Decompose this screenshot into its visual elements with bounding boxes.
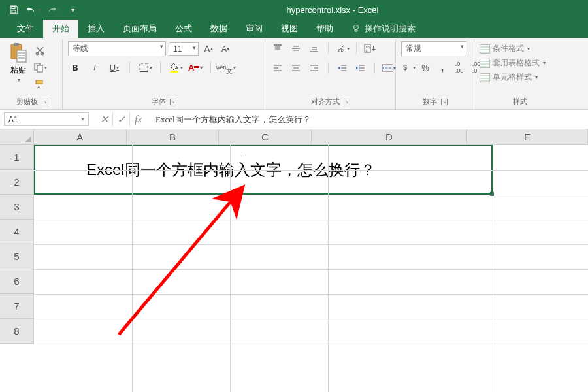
svg-rect-0 (12, 7, 15, 9)
increase-indent-icon[interactable] (353, 61, 368, 75)
cut-icon[interactable] (33, 43, 47, 57)
wrap-text-icon[interactable]: abc (363, 41, 378, 56)
row-header-3[interactable]: 3 (0, 195, 33, 220)
tab-data[interactable]: 数据 (201, 20, 237, 38)
svg-text:$: $ (403, 63, 407, 71)
conditional-format-button[interactable]: 条件格式▾ (480, 42, 530, 55)
ribbon: 粘贴 ▾ ▾ 剪贴板↘ 等线 11 A▴ A▾ B I U▾ (0, 38, 588, 110)
align-center-icon[interactable] (289, 61, 303, 75)
col-header-C[interactable]: C (219, 129, 312, 144)
svg-rect-5 (17, 50, 26, 62)
number-format-combo[interactable]: 常规 (401, 41, 466, 56)
tab-help[interactable]: 帮助 (307, 20, 342, 38)
cell-styles-label: 单元格样式 (493, 72, 532, 83)
tab-page-layout[interactable]: 页面布局 (114, 20, 166, 38)
tab-review[interactable]: 审阅 (237, 20, 272, 38)
align-bottom-icon[interactable] (307, 41, 321, 56)
italic-button[interactable]: I (88, 60, 102, 74)
alignment-dialog-icon[interactable]: ↘ (344, 99, 350, 105)
row-header-7[interactable]: 7 (0, 294, 33, 319)
qat-dropdown-icon[interactable]: ▾ (65, 3, 80, 17)
tab-file[interactable]: 文件 (8, 20, 43, 38)
copy-icon[interactable]: ▾ (33, 60, 47, 74)
orientation-icon[interactable]: ab▾ (335, 41, 350, 56)
paste-dropdown-icon[interactable]: ▾ (18, 77, 20, 83)
undo-icon[interactable]: ▾ (26, 3, 41, 17)
tab-home[interactable]: 开始 (43, 20, 78, 38)
align-top-icon[interactable] (270, 41, 285, 56)
align-right-icon[interactable] (307, 61, 321, 75)
tab-formulas[interactable]: 公式 (166, 20, 201, 38)
tab-insert[interactable]: 插入 (78, 20, 114, 38)
redo-icon[interactable]: ▾ (46, 3, 60, 17)
table-format-label: 套用表格格式 (493, 57, 540, 69)
accounting-format-icon[interactable]: $▾ (401, 60, 416, 74)
svg-rect-16 (171, 71, 178, 73)
clipboard-dialog-icon[interactable]: ↘ (42, 99, 48, 105)
row-headers[interactable]: 12345678 (0, 145, 34, 344)
text-cursor (242, 155, 242, 174)
clipboard-label: 剪贴板 (16, 97, 38, 106)
svg-point-2 (354, 25, 359, 30)
row-header-6[interactable]: 6 (0, 269, 33, 294)
fill-color-icon[interactable]: ▾ (169, 60, 183, 74)
svg-rect-14 (140, 63, 148, 71)
bold-button[interactable]: B (68, 60, 82, 74)
number-dialog-icon[interactable]: ↘ (441, 99, 448, 105)
tell-me[interactable]: 操作说明搜索 (342, 20, 425, 38)
tab-view[interactable]: 视图 (272, 20, 307, 38)
increase-font-icon[interactable]: A▴ (201, 42, 216, 56)
border-icon[interactable]: ▾ (138, 60, 152, 74)
phonetic-icon[interactable]: wén文▾ (219, 60, 233, 74)
percent-icon[interactable]: % (418, 60, 433, 74)
cell-styles-button[interactable]: 单元格样式▾ (480, 71, 538, 84)
svg-text:c: c (366, 48, 368, 52)
align-middle-icon[interactable] (289, 41, 303, 56)
title-bar: ▾ ▾ ▾ hypercontrol.xlsx - Excel (0, 0, 588, 20)
styles-label: 样式 (513, 97, 527, 106)
align-left-icon[interactable] (270, 61, 285, 75)
font-dialog-icon[interactable]: ↘ (170, 99, 176, 105)
enter-formula-icon[interactable]: ✓ (112, 112, 129, 127)
format-painter-icon[interactable] (33, 77, 47, 91)
cells-area[interactable]: Excel同一个方框内输入文字，怎么换行？ (34, 145, 588, 392)
merge-cells-icon[interactable]: ▾ (382, 61, 396, 75)
svg-rect-13 (36, 80, 42, 84)
column-headers[interactable]: ABCDE (34, 129, 588, 145)
col-header-B[interactable]: B (127, 129, 220, 144)
row-header-8[interactable]: 8 (0, 319, 33, 344)
comma-icon[interactable]: , (435, 60, 449, 74)
table-format-icon (480, 59, 490, 68)
select-all-corner[interactable] (0, 129, 34, 145)
number-label: 数字 (423, 97, 437, 106)
decrease-indent-icon[interactable] (335, 61, 350, 75)
increase-decimal-icon[interactable]: .0.00 (452, 60, 466, 74)
font-color-icon[interactable]: A▾ (188, 60, 203, 74)
bulb-icon (351, 24, 361, 33)
col-header-D[interactable]: D (312, 129, 467, 144)
name-box[interactable]: A1 (4, 112, 89, 126)
group-alignment: ab▾ abc ▾ 对齐方式↘ (265, 39, 396, 109)
row-header-5[interactable]: 5 (0, 244, 33, 269)
formula-bar-area: A1 ✕ ✓ fx (0, 110, 588, 129)
col-header-E[interactable]: E (467, 129, 588, 144)
formula-bar[interactable] (150, 110, 588, 129)
row-header-2[interactable]: 2 (0, 170, 33, 195)
decrease-font-icon[interactable]: A▾ (218, 42, 233, 56)
format-as-table-button[interactable]: 套用表格格式▾ (480, 57, 546, 69)
cancel-formula-icon[interactable]: ✕ (95, 112, 112, 127)
spreadsheet-grid[interactable]: ABCDE 12345678 Excel同一个方框内输入文字，怎么换行？ (0, 129, 588, 392)
row-header-4[interactable]: 4 (0, 220, 33, 244)
row-header-1[interactable]: 1 (0, 145, 33, 170)
quick-access-toolbar: ▾ ▾ ▾ (3, 3, 80, 17)
underline-button[interactable]: U▾ (107, 60, 122, 74)
col-header-A[interactable]: A (34, 129, 127, 144)
paste-button[interactable]: 粘贴 ▾ (8, 41, 29, 84)
font-label: 字体 (152, 97, 166, 106)
font-size-combo[interactable]: 11 (169, 42, 199, 56)
save-icon[interactable] (7, 3, 21, 17)
svg-rect-4 (14, 43, 19, 46)
font-family-combo[interactable]: 等线 (68, 41, 166, 56)
fx-icon[interactable]: fx (129, 112, 146, 127)
alignment-label: 对齐方式 (311, 97, 340, 106)
